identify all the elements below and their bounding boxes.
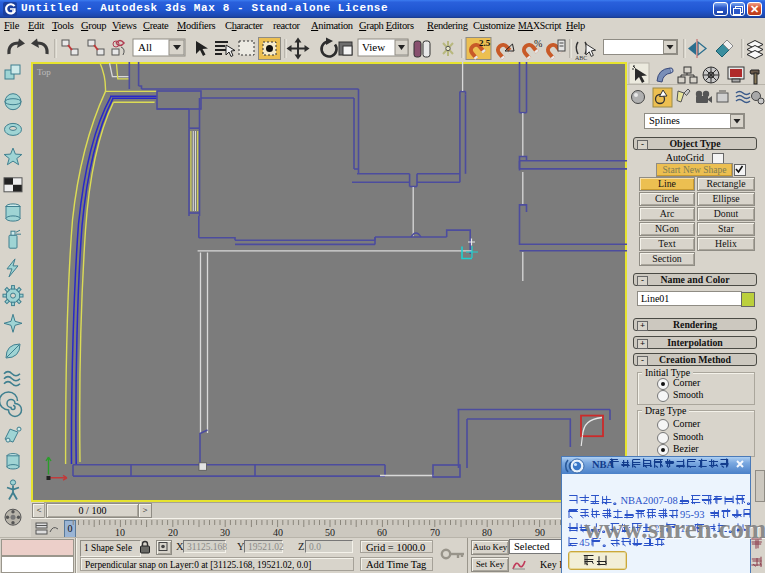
svg-text:All: All bbox=[138, 41, 152, 53]
svg-text:2.5: 2.5 bbox=[479, 38, 491, 48]
svg-text:NBA2007-08: NBA2007-08 bbox=[621, 495, 678, 506]
svg-text:%: % bbox=[534, 38, 542, 49]
svg-text:View: View bbox=[362, 41, 385, 53]
svg-text:ABC: ABC bbox=[575, 55, 587, 61]
